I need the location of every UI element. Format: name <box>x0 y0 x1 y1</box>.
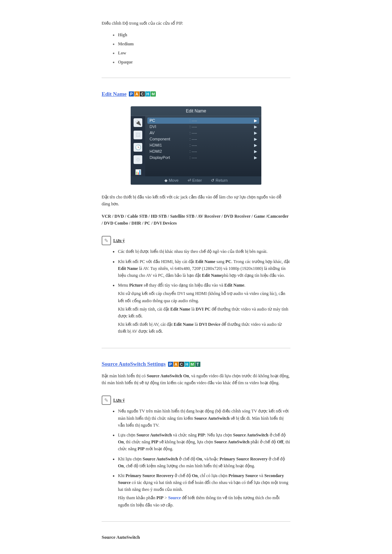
row-value: : ---- <box>189 131 254 135</box>
list-item: Lựa chọn Source AutoSwitch và chức năng … <box>118 432 290 453</box>
badge-row: P A C H M T <box>168 362 200 367</box>
list-item: Low <box>118 50 290 56</box>
footer-enter: ⏎Enter <box>188 178 202 183</box>
row-label: DisplayPort <box>150 155 189 160</box>
footer-move: ◆Move <box>164 178 179 183</box>
panel-row-hdmi2[interactable]: HDMI2 : ---- ▶ <box>147 148 259 155</box>
panel-list: PC : ---- ▶ DVI : ---- ▶ AV : ---- ▶ <box>145 116 261 176</box>
gear-icon: ⚙ <box>134 155 142 164</box>
row-label: HDMI2 <box>150 149 189 153</box>
sub-line: Hãy tham khảo phần PIP > Source để biết … <box>118 495 290 508</box>
chevron-right-icon: ▶ <box>254 118 257 123</box>
edit-name-options: VCR / DVD / Cable STB / HD STB / Satelli… <box>102 213 290 227</box>
panel-row-av[interactable]: AV : ---- ▶ <box>147 130 259 136</box>
note-label: Lưu ý <box>113 238 125 243</box>
autoswitch-heading: Source AutoSwitch Settings <box>102 361 166 367</box>
autoswitch-notes: Nếu nguồn TV trên màn hình hiển thị đang… <box>102 408 290 508</box>
transparency-list: High Medium Low Opaque <box>102 32 290 65</box>
edit-name-heading-row: Edit Name P A C H M <box>102 91 290 97</box>
badge-m: M <box>151 91 156 97</box>
divider <box>102 348 290 348</box>
row-label: AV <box>150 131 189 135</box>
list-item: Medium <box>118 41 290 47</box>
list-item: Các thiết bị được hiển thị khác nhau tùy… <box>118 248 290 255</box>
chevron-right-icon: ▶ <box>254 131 257 135</box>
divider <box>102 78 290 78</box>
chevron-right-icon: ▶ <box>254 149 257 154</box>
panel-row-hdmi1[interactable]: HDMI1 : ---- ▶ <box>147 142 259 148</box>
badge-a: A <box>134 91 139 97</box>
footer-return: ↺Return <box>211 178 228 183</box>
panel-title: Edit Name <box>131 106 261 116</box>
picture-icon: 🖼 <box>134 131 142 139</box>
panel-row-component[interactable]: Component : ---- ▶ <box>147 136 259 142</box>
list-item: Nếu nguồn TV trên màn hình hiển thị đang… <box>118 408 290 429</box>
badge-p: P <box>129 91 134 97</box>
autoswitch-desc: Bật màn hình hiển thị có Source AutoSwit… <box>102 373 290 386</box>
source-autoswitch-subheading: Source AutoSwitch <box>102 534 290 540</box>
edit-name-panel: Edit Name 🔌 🖼 🕓 ⚙ 📊 PC : ---- ▶ <box>131 106 261 185</box>
row-value: : ---- <box>189 137 254 141</box>
row-value: : ---- <box>189 149 254 153</box>
note-heading: ✎ Lưu ý <box>102 236 290 245</box>
row-label: Component <box>150 137 189 141</box>
edit-name-notes: Các thiết bị được hiển thị khác nhau tùy… <box>102 248 290 335</box>
note-label: Lưu ý <box>113 398 125 403</box>
list-item: Menu Picture sẽ thay đổi tùy vào dạng tí… <box>118 282 290 335</box>
transparency-intro: Điều chỉnh Độ trong suốt của các cửa sổ … <box>102 20 290 27</box>
note-icon: ✎ <box>102 236 111 245</box>
badge-m: M <box>190 362 195 367</box>
edit-name-desc: Đặt tên cho thiết bị đầu vào kết nối với… <box>102 194 290 208</box>
divider <box>102 521 290 522</box>
row-value: : ---- <box>189 143 254 147</box>
sub-line: Khi kết nối máy tính, cài đặt Edit Name … <box>118 306 290 320</box>
clock-icon: 🕓 <box>134 143 142 152</box>
list-item: Opaque <box>118 59 290 65</box>
autoswitch-heading-row: Source AutoSwitch Settings P A C H M T <box>102 361 290 368</box>
input-icon: 🔌 <box>134 118 142 127</box>
badge-row: P A C H M <box>129 91 156 97</box>
sub-line: Khi sử dụng kết nối cáp chuyển DVI sang … <box>118 290 290 304</box>
row-value: : ---- <box>189 118 254 123</box>
note-heading: ✎ Lưu ý <box>102 395 290 405</box>
badge-a: A <box>173 362 179 367</box>
badge-c: C <box>179 362 184 367</box>
chevron-right-icon: ▶ <box>254 124 257 129</box>
row-label: DVI <box>150 124 189 129</box>
badge-t: T <box>195 362 200 367</box>
row-value: : ---- <box>189 155 254 160</box>
list-item: High <box>118 32 290 38</box>
badge-h: H <box>184 362 189 367</box>
badge-c: C <box>140 91 145 97</box>
chevron-right-icon: ▶ <box>254 143 257 148</box>
row-value: : ---- <box>189 124 254 129</box>
list-item: Khi lựa chọn Source AutoSwitch ở chế độ … <box>118 456 290 469</box>
source-link[interactable]: Source <box>168 495 181 500</box>
badge-h: H <box>145 91 150 97</box>
edit-name-heading: Edit Name <box>102 91 127 97</box>
badge-p: P <box>168 362 173 367</box>
chart-icon: 📊 <box>134 168 142 176</box>
panel-row-dvi[interactable]: DVI : ---- ▶ <box>147 124 259 130</box>
chevron-right-icon: ▶ <box>254 155 257 160</box>
list-item: Khi Primary Source Recovery ở chế độ On,… <box>118 472 290 509</box>
note-icon: ✎ <box>102 395 111 405</box>
list-item: Khi kết nối PC với đầu HDMI, hãy cài đặt… <box>118 258 290 279</box>
row-label: PC <box>150 118 189 123</box>
panel-footer: ◆Move ⏎Enter ↺Return <box>131 176 261 185</box>
panel-row-pc[interactable]: PC : ---- ▶ <box>147 118 259 124</box>
chevron-right-icon: ▶ <box>254 137 257 141</box>
row-label: HDMI1 <box>150 143 189 147</box>
sub-line: Khi kết nối thiết bị AV, cài đặt Edit Na… <box>118 321 290 335</box>
panel-side-icons: 🔌 🖼 🕓 ⚙ 📊 <box>131 116 145 176</box>
panel-row-displayport[interactable]: DisplayPort : ---- ▶ <box>147 155 259 161</box>
